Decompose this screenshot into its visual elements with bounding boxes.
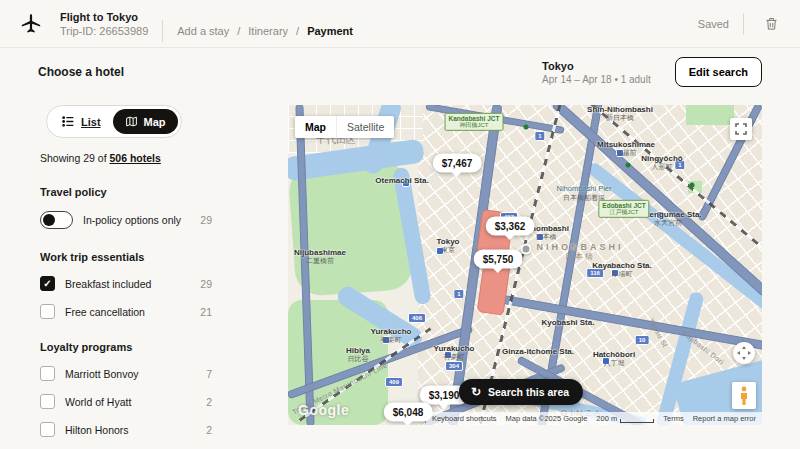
hotel-price-marker[interactable]: $5,750 bbox=[474, 250, 523, 269]
toggle-knob bbox=[43, 214, 55, 226]
free-cancellation-checkbox[interactable] bbox=[40, 304, 55, 319]
breakfast-label: Breakfast included bbox=[65, 278, 151, 290]
pan-control-button[interactable] bbox=[733, 342, 755, 364]
road-badge-c1: C1 bbox=[485, 114, 501, 124]
breadcrumb-itinerary[interactable]: Itinerary bbox=[248, 25, 288, 37]
hotel-search-page: Flight to Tokyo Trip-ID: 26653989 Add a … bbox=[0, 0, 800, 449]
results-count-prefix: Showing 29 of bbox=[40, 152, 107, 164]
search-this-area-button[interactable]: ↻ Search this area bbox=[459, 379, 583, 405]
trip-title: Flight to Tokyo bbox=[60, 11, 148, 23]
airplane-logo-icon[interactable] bbox=[18, 11, 44, 37]
station-icon bbox=[536, 233, 544, 241]
map-type-control: Map Satellite bbox=[295, 116, 394, 138]
road-badge: 409 bbox=[385, 377, 403, 387]
marriott-count: 7 bbox=[206, 368, 212, 380]
map-type-satellite-button[interactable]: Satellite bbox=[336, 116, 394, 138]
view-toggle: List Map bbox=[46, 105, 182, 138]
tree-icon bbox=[690, 183, 695, 188]
refresh-icon: ↻ bbox=[471, 386, 481, 398]
map-scale-bar bbox=[620, 419, 654, 423]
destination-label: Tokyo bbox=[542, 60, 651, 72]
hilton-checkbox[interactable] bbox=[40, 422, 55, 437]
filters-sidebar: List Map Showing 29 of 506 hotels Travel… bbox=[40, 105, 212, 449]
results-count: Showing 29 of 506 hotels bbox=[40, 152, 212, 164]
hyatt-label: World of Hyatt bbox=[65, 396, 131, 408]
hyatt-count: 2 bbox=[206, 396, 212, 408]
road-badge: 1 bbox=[534, 131, 545, 141]
breadcrumb-add-a-stay[interactable]: Add a stay bbox=[177, 25, 229, 37]
in-policy-label: In-policy options only bbox=[83, 214, 181, 226]
toolbar: Choose a hotel Tokyo Apr 14 – Apr 18 • 1… bbox=[0, 48, 800, 96]
filter-row-hilton: Hilton Honors 2 bbox=[40, 422, 212, 437]
edit-search-button[interactable]: Edit search bbox=[675, 57, 762, 87]
hilton-label: Hilton Honors bbox=[65, 424, 129, 436]
station-icon bbox=[436, 247, 444, 255]
station-icon bbox=[444, 351, 452, 359]
app-header: Flight to Tokyo Trip-ID: 26653989 Add a … bbox=[0, 0, 800, 48]
station-icon bbox=[602, 357, 610, 365]
fullscreen-button[interactable] bbox=[730, 118, 752, 140]
breakfast-checkbox[interactable]: ✓ bbox=[40, 276, 55, 291]
road-badge: 1 bbox=[674, 160, 685, 170]
in-policy-filter-row: In-policy options only 29 bbox=[40, 211, 212, 229]
map-copyright: Map data ©2025 Google bbox=[506, 414, 588, 423]
road-badge: 10 bbox=[635, 335, 650, 345]
marriott-checkbox[interactable] bbox=[40, 366, 55, 381]
free-cancellation-label: Free cancellation bbox=[65, 306, 145, 318]
in-policy-count: 29 bbox=[200, 214, 212, 226]
station-icon bbox=[616, 149, 624, 157]
list-view-button[interactable]: List bbox=[50, 109, 113, 134]
filter-row-marriott: Marriott Bonvoy 7 bbox=[40, 366, 212, 381]
results-count-link[interactable]: 506 hotels bbox=[109, 152, 160, 164]
tree-icon bbox=[524, 125, 529, 130]
hotel-price-marker[interactable]: $3,362 bbox=[486, 217, 535, 236]
in-policy-toggle[interactable] bbox=[40, 211, 73, 229]
hotel-map[interactable]: C1 1 403 1 406 304 409 116 10 1 Chiyoda … bbox=[288, 105, 762, 425]
google-logo[interactable]: Google bbox=[298, 402, 349, 418]
road-badge: 1 bbox=[453, 289, 464, 299]
trip-id: Trip-ID: 26653989 bbox=[60, 25, 148, 37]
road-badge: 406 bbox=[408, 313, 426, 323]
breadcrumb-separator: / bbox=[237, 25, 240, 37]
list-icon bbox=[62, 115, 75, 128]
hotel-dot-marker[interactable] bbox=[521, 244, 532, 255]
marriott-label: Marriott Bonvoy bbox=[65, 368, 139, 380]
breadcrumb-separator: / bbox=[296, 25, 299, 37]
station-icon bbox=[382, 336, 390, 344]
dates-occupancy-label: Apr 14 – Apr 18 • 1 adult bbox=[542, 74, 651, 85]
check-icon: ✓ bbox=[43, 278, 51, 289]
work-trip-heading: Work trip essentials bbox=[40, 251, 212, 263]
road-badge: 304 bbox=[445, 361, 463, 371]
filter-row-hyatt: World of Hyatt 2 bbox=[40, 394, 212, 409]
list-view-label: List bbox=[81, 116, 101, 128]
pan-arrows-icon bbox=[737, 346, 751, 360]
hilton-count: 2 bbox=[206, 424, 212, 436]
hotel-price-marker[interactable]: $7,467 bbox=[433, 154, 482, 173]
map-type-map-button[interactable]: Map bbox=[295, 116, 336, 138]
keyboard-shortcuts-link[interactable]: Keyboard shortcuts bbox=[432, 414, 497, 423]
travel-policy-heading: Travel policy bbox=[40, 186, 212, 198]
map-attribution: Keyboard shortcuts Map data ©2025 Google… bbox=[426, 412, 762, 425]
trash-icon[interactable] bbox=[758, 11, 784, 37]
breadcrumb-payment[interactable]: Payment bbox=[307, 25, 353, 37]
map-icon bbox=[125, 115, 138, 128]
header-right-divider bbox=[743, 13, 744, 35]
page-title: Choose a hotel bbox=[38, 65, 124, 79]
station-icon bbox=[656, 211, 664, 219]
park-area-ne bbox=[686, 105, 734, 125]
loyalty-heading: Loyalty programs bbox=[40, 341, 212, 353]
filter-row-breakfast: ✓ Breakfast included 29 bbox=[40, 276, 212, 291]
breakfast-count: 29 bbox=[200, 278, 212, 290]
terms-link[interactable]: Terms bbox=[663, 414, 683, 423]
tree-icon bbox=[626, 163, 631, 168]
pegman-button[interactable] bbox=[732, 382, 756, 409]
report-map-error-link[interactable]: Report a map error bbox=[693, 414, 756, 423]
station-icon bbox=[402, 179, 410, 187]
hyatt-checkbox[interactable] bbox=[40, 394, 55, 409]
map-view-button[interactable]: Map bbox=[113, 109, 178, 134]
free-cancellation-count: 21 bbox=[200, 306, 212, 318]
map-scale: 200 m bbox=[596, 414, 654, 423]
header-divider bbox=[162, 20, 163, 42]
station-icon bbox=[611, 269, 619, 277]
map-view-label: Map bbox=[144, 116, 166, 128]
